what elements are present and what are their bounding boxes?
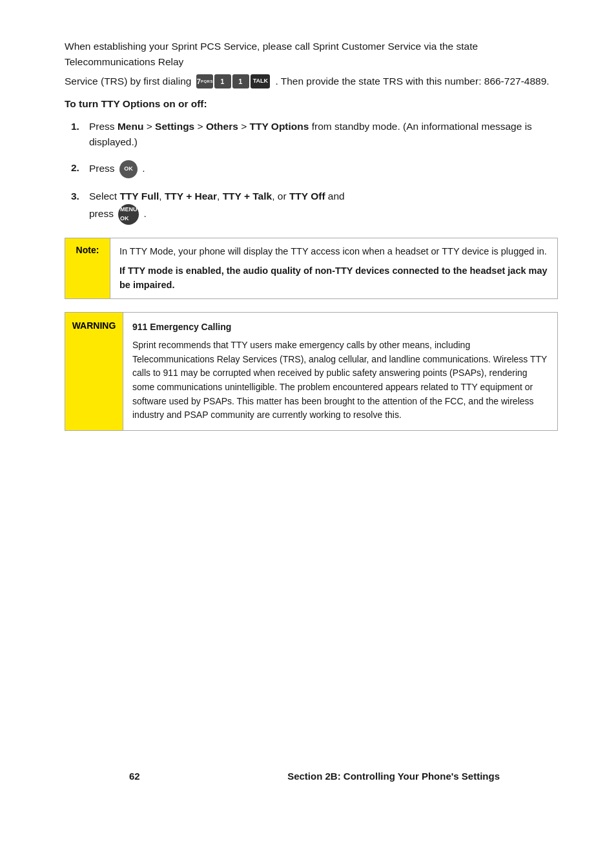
intro-para2-prefix: Service (TRS) by first dialing	[65, 74, 191, 89]
step-3-tty-talk: TTY + Talk	[223, 191, 272, 202]
step-1-others: Others	[206, 121, 238, 132]
step-3-number: 3.	[71, 189, 89, 204]
intro-para2-suffix: . Then provide the state TRS with this n…	[275, 74, 549, 89]
step-3-menu-ok-button: MENUOK	[118, 204, 139, 225]
step-2-content: Press OK .	[89, 160, 558, 178]
note-label: Note:	[65, 238, 110, 298]
step-3-tty-off: TTY Off	[289, 191, 325, 202]
warning-body: Sprint recommends that TTY users make em…	[132, 338, 548, 422]
step-1: 1. Press Menu > Settings > Others > TTY …	[71, 119, 558, 150]
button-7pqrs: 7 PQRS	[196, 74, 213, 88]
step-3: 3. Select TTY Full, TTY + Hear, TTY + Ta…	[71, 189, 558, 225]
step-3-tty-hear: TTY + Hear	[165, 191, 217, 202]
warning-title: 911 Emergency Calling	[132, 320, 548, 335]
section-heading: To turn TTY Options on or off:	[65, 98, 558, 110]
note-para1: In TTY Mode, your phone will display the…	[119, 245, 548, 259]
step-1-number: 1.	[71, 119, 89, 134]
footer-page-number: 62	[129, 771, 140, 782]
step-2: 2. Press OK .	[71, 160, 558, 178]
step-3-tty-full: TTY Full	[119, 191, 159, 202]
step-2-ok-button: OK	[119, 160, 138, 178]
page-content: When establishing your Sprint PCS Servic…	[65, 39, 558, 814]
step-3-content: Select TTY Full, TTY + Hear, TTY + Talk,…	[89, 189, 558, 225]
note-para2: If TTY mode is enabled, the audio qualit…	[119, 264, 548, 293]
note-para2-bold: If TTY mode is enabled, the audio qualit…	[119, 265, 548, 290]
warning-label: WARNING	[65, 313, 123, 430]
footer-section-title: Section 2B: Controlling Your Phone's Set…	[287, 771, 500, 782]
page-footer: 62 Section 2B: Controlling Your Phone's …	[129, 758, 500, 782]
warning-box: WARNING 911 Emergency Calling Sprint rec…	[65, 312, 558, 431]
step-2-number: 2.	[71, 160, 89, 176]
step-1-settings: Settings	[155, 121, 194, 132]
dial-button-group: 7 PQRS 1 1 TALK	[196, 74, 270, 88]
intro-para1: When establishing your Sprint PCS Servic…	[65, 39, 558, 70]
note-content: In TTY Mode, your phone will display the…	[110, 238, 557, 298]
step-1-content: Press Menu > Settings > Others > TTY Opt…	[89, 119, 558, 150]
steps-list: 1. Press Menu > Settings > Others > TTY …	[65, 119, 558, 225]
button-1: 1	[214, 74, 231, 88]
button-1b: 1	[232, 74, 249, 88]
step-3-suffix: and	[325, 191, 345, 202]
step-1-tty-options: TTY Options	[250, 121, 309, 132]
note-box: Note: In TTY Mode, your phone will displ…	[65, 238, 558, 299]
button-talk: TALK	[251, 74, 270, 88]
dial-line: Service (TRS) by first dialing 7 PQRS 1 …	[65, 74, 558, 89]
step-1-menu: Menu	[118, 121, 143, 132]
warning-content: 911 Emergency Calling Sprint recommends …	[123, 313, 557, 430]
